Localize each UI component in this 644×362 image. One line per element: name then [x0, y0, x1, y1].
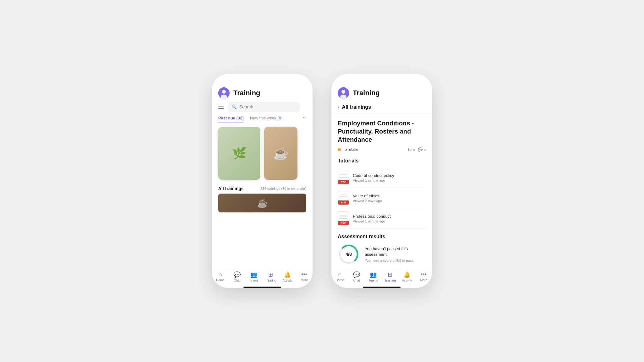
search-input[interactable]: [239, 104, 296, 109]
tab-past-due[interactable]: Past due (32): [218, 116, 244, 123]
nav-label-chat-1: Chat: [234, 279, 240, 282]
phone-2: Training ‹ All trainings Employment Cond…: [331, 74, 432, 288]
phone-1-title: Training: [233, 89, 260, 97]
pdf-icon-3: PDF: [338, 211, 349, 225]
search-icon: 🔍: [231, 104, 237, 109]
home-bar-1: [243, 287, 281, 288]
phone-2-header: Training: [331, 84, 432, 102]
detail-meta-right: 10m 💬 5: [408, 147, 426, 152]
nav-item-training-2[interactable]: ⊞ Training: [382, 271, 398, 282]
nav-item-activity-1[interactable]: 🔔 Activity: [279, 271, 296, 282]
avatar-2: [338, 87, 349, 99]
nav-item-teams-2[interactable]: 👥 Teams: [365, 271, 382, 282]
activity-icon-2: 🔔: [403, 271, 410, 278]
teams-icon-1: 👥: [250, 271, 257, 278]
detail-meta: To retake 10m 💬 5: [338, 147, 426, 152]
back-arrow[interactable]: ‹: [338, 104, 339, 110]
nav-label-training-2: Training: [385, 279, 396, 282]
nav-item-more-2[interactable]: ••• More: [415, 271, 432, 282]
chat-icon-1: 💬: [234, 271, 241, 278]
nav-label-teams-2: Teams: [369, 279, 378, 282]
back-header: ‹ All trainings: [331, 102, 432, 114]
home-icon-1: ⌂: [219, 271, 222, 278]
assessment-section-title: Assessment results: [338, 234, 426, 239]
nav-item-training-1[interactable]: ⊞ Training: [262, 271, 279, 282]
tabs-row: Past due (32) New this week (8) ⌃: [212, 116, 313, 123]
score-text: 4/8: [346, 252, 352, 257]
status-dot: [338, 148, 341, 151]
header-row-1: 🔍: [212, 102, 313, 116]
nav-label-more-1: More: [301, 278, 308, 282]
nav-label-activity-1: Activity: [282, 279, 292, 282]
chevron-up-icon[interactable]: ⌃: [302, 116, 306, 123]
tutorial-item-1[interactable]: PDF Code of conduct policy Viewed 1 minu…: [338, 167, 426, 188]
teams-icon-2: 👥: [370, 271, 377, 278]
avatar-1: [218, 87, 230, 99]
status-badge: To retake: [338, 147, 358, 152]
all-trainings-count: 356 trainings (30 to complete): [260, 187, 306, 190]
more-icon-2: •••: [421, 271, 427, 278]
search-bar[interactable]: 🔍: [228, 102, 300, 112]
bottom-nav-1: ⌂ Home 💬 Chat 👥 Teams ⊞ Training 🔔: [212, 269, 313, 285]
training-card-1[interactable]: Equipment Electric machine user manual. …: [218, 127, 260, 180]
tutorial-1-info: Code of conduct policy Viewed 1 minute a…: [353, 173, 426, 182]
big-card-image[interactable]: [218, 194, 306, 212]
card-2-image: [264, 127, 297, 180]
assessment-content: 4/8 You haven't passed this assessment. …: [338, 243, 426, 265]
assessment-sub-text: You need a score of 5/8 to pass.: [365, 259, 426, 262]
detail-content: Employment Conditions - Punctuality, Ros…: [331, 114, 432, 269]
pdf-icon-2: PDF: [338, 191, 349, 205]
nav-label-teams-1: Teams: [249, 279, 258, 282]
tutorial-2-info: Value of ethics Viewed 2 days ago: [353, 194, 426, 203]
detail-title: Employment Conditions - Punctuality, Ros…: [338, 119, 426, 144]
tutorial-1-name: Code of conduct policy: [353, 173, 426, 178]
all-trainings-label: All trainings: [218, 186, 244, 191]
nav-label-more-2: More: [420, 278, 427, 282]
hamburger-menu[interactable]: [218, 105, 224, 109]
home-bar-2: [363, 287, 401, 288]
detail-duration: 10m: [408, 147, 415, 152]
phone-2-title: Training: [353, 89, 380, 97]
nav-label-activity-2: Activity: [402, 279, 412, 282]
home-icon-2: ⌂: [338, 271, 341, 278]
phone-1-content: Training 🔍 Past due (32) New this week (…: [212, 84, 313, 288]
assessment-text: You haven't passed this assessment. You …: [365, 246, 426, 262]
tutorial-3-name: Professional conduct: [353, 214, 426, 219]
score-circle: 4/8: [338, 243, 360, 265]
phones-container: Training 🔍 Past due (32) New this week (…: [212, 74, 432, 288]
nav-item-activity-2[interactable]: 🔔 Activity: [398, 271, 415, 282]
tutorial-2-time: Viewed 2 days ago: [353, 199, 426, 203]
nav-item-more-1[interactable]: ••• More: [296, 271, 313, 282]
phone-notch-2: [366, 74, 397, 83]
phone-notch-1: [247, 74, 278, 83]
pdf-icon-1: PDF: [338, 171, 349, 184]
phone-2-content: Training ‹ All trainings Employment Cond…: [331, 84, 432, 288]
all-trainings-header: All trainings 356 trainings (30 to compl…: [212, 184, 313, 194]
nav-item-home-1[interactable]: ⌂ Home: [212, 271, 229, 282]
tab-new-week[interactable]: New this week (8): [250, 116, 282, 123]
assessment-section: Assessment results 4/8 You haven't passe…: [338, 234, 426, 265]
phone-1-header: Training: [212, 84, 313, 102]
activity-icon-1: 🔔: [284, 271, 291, 278]
detail-comments: 💬 5: [418, 147, 426, 152]
tutorial-item-3[interactable]: PDF Professional conduct Viewed 1 minute…: [338, 208, 426, 229]
training-card-2[interactable]: Equip Diffe diffe Due: O: [264, 127, 297, 180]
training-icon-1: ⊞: [268, 271, 273, 278]
training-icon-2: ⊞: [388, 271, 392, 278]
assessment-main-text: You haven't passed this assessment.: [365, 246, 426, 257]
nav-item-chat-1[interactable]: 💬 Chat: [229, 271, 245, 282]
phone-1: Training 🔍 Past due (32) New this week (…: [212, 74, 313, 288]
bottom-nav-2: ⌂ Home 💬 Chat 👥 Teams ⊞ Training 🔔: [331, 269, 432, 285]
svg-point-1: [222, 90, 226, 94]
nav-item-teams-1[interactable]: 👥 Teams: [246, 271, 262, 282]
spacer: [212, 212, 313, 269]
nav-label-chat-2: Chat: [353, 279, 360, 282]
status-label: To retake: [343, 147, 358, 152]
nav-item-home-2[interactable]: ⌂ Home: [331, 271, 348, 282]
svg-point-4: [341, 90, 345, 94]
nav-item-chat-2[interactable]: 💬 Chat: [348, 271, 365, 282]
tutorial-item-2[interactable]: PDF Value of ethics Viewed 2 days ago: [338, 188, 426, 208]
cards-row: Equipment Electric machine user manual. …: [212, 123, 313, 184]
nav-label-home-2: Home: [336, 278, 344, 282]
tutorial-3-time: Viewed 1 minute ago: [353, 219, 426, 223]
